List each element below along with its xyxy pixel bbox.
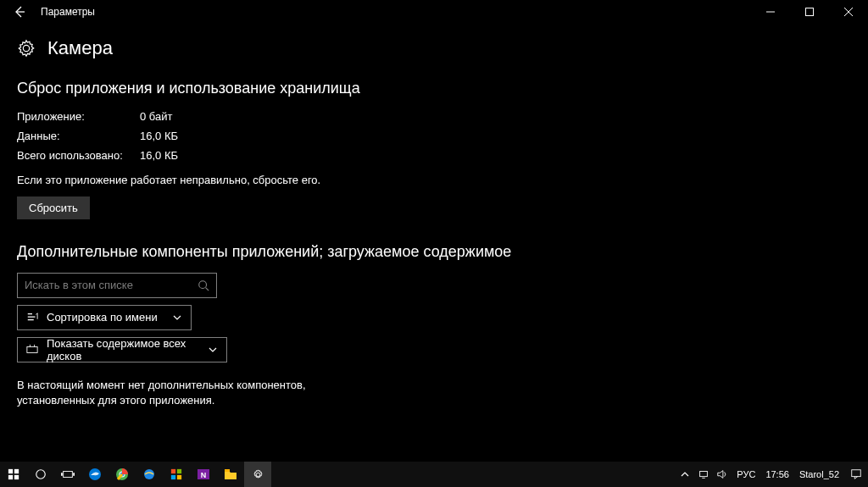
chevron-down-icon [206,346,220,354]
network-icon [698,468,709,480]
onenote-icon: N [197,468,210,481]
storage-heading: Сброс приложения и использование хранили… [17,78,851,98]
taskbar-right: РУС 17:56 Starol_52 [676,462,868,487]
ie-app[interactable] [136,462,163,487]
svg-point-23 [256,473,259,476]
titlebar: Параметры [0,0,868,24]
action-center[interactable] [844,468,868,480]
storage-value: 16,0 КБ [140,149,178,162]
taskbar-left: N [0,462,271,487]
minimize-button[interactable] [751,0,790,24]
page-header: Камера [17,37,851,59]
search-input[interactable] [25,279,198,291]
drive-icon [25,344,40,356]
store-icon [170,468,182,480]
svg-point-7 [36,470,46,479]
search-box[interactable] [17,273,217,298]
svg-rect-4 [14,469,19,473]
ie-icon [142,468,156,481]
maximize-button[interactable] [790,0,829,24]
empty-line: В настоящий момент нет дополнительных ко… [17,378,851,394]
page-title: Камера [47,37,113,59]
table-row: Всего использовано: 16,0 КБ [17,149,851,162]
svg-rect-5 [8,475,13,479]
taskview-icon [61,469,75,479]
chrome-icon [115,468,129,481]
back-button[interactable] [0,0,39,24]
explorer-app[interactable] [217,462,244,487]
empty-line: установленных для этого приложения. [17,393,851,409]
network-tray[interactable] [694,468,713,480]
page-content: Камера Сброс приложения и использование … [0,37,868,409]
windows-icon [8,468,19,480]
clock[interactable]: 17:56 [760,469,794,479]
storage-label: Данные: [17,130,140,142]
volume-icon [716,468,728,480]
svg-rect-8 [64,471,73,477]
svg-rect-19 [177,475,181,479]
svg-rect-6 [14,475,19,479]
storage-value: 16,0 КБ [140,130,178,142]
storage-label: Всего использовано: [17,149,140,162]
drives-label: Показать содержимое всех дисков [47,337,206,362]
onenote-app[interactable]: N [190,462,217,487]
language-indicator[interactable]: РУС [732,469,760,479]
edge-app[interactable] [81,462,108,487]
drives-dropdown[interactable]: Показать содержимое всех дисков [17,337,227,362]
start-button[interactable] [0,462,27,487]
close-button[interactable] [829,0,868,24]
svg-rect-17 [177,469,181,473]
chevron-down-icon [170,313,184,322]
store-app[interactable] [163,462,190,487]
reset-hint: Если это приложение работает неправильно… [17,174,851,186]
svg-point-1 [199,280,207,288]
sort-icon [25,312,40,324]
svg-rect-18 [171,475,175,479]
storage-label: Приложение: [17,110,140,123]
maximize-icon [805,8,814,16]
search-icon [198,279,209,291]
gear-icon [17,39,36,58]
table-row: Данные: 16,0 КБ [17,130,851,142]
taskview-button[interactable] [54,462,81,487]
svg-rect-0 [806,8,814,16]
settings-app[interactable] [244,462,271,487]
reset-button[interactable]: Сбросить [17,196,90,219]
cortana-button[interactable] [27,462,54,487]
table-row: Приложение: 0 байт [17,110,851,123]
svg-rect-3 [8,469,13,473]
svg-text:N: N [201,471,207,479]
notification-icon [850,468,862,480]
svg-rect-10 [73,473,75,476]
addons-empty-message: В настоящий момент нет дополнительных ко… [17,378,851,410]
folder-icon [224,468,237,480]
sort-label: Сортировка по имени [47,311,170,324]
close-icon [844,8,853,16]
svg-rect-2 [27,346,37,352]
arrow-left-icon [13,5,26,19]
gear-icon [252,468,264,481]
svg-rect-25 [852,470,861,477]
svg-rect-9 [61,473,63,476]
volume-tray[interactable] [713,468,732,480]
svg-rect-22 [225,469,230,472]
svg-rect-16 [171,469,175,473]
app-title: Параметры [39,6,95,18]
sort-dropdown[interactable]: Сортировка по имени [17,305,192,330]
storage-value: 0 байт [140,110,172,123]
storage-table: Приложение: 0 байт Данные: 16,0 КБ Всего… [17,110,851,162]
svg-rect-24 [700,472,708,477]
circle-icon [35,468,47,480]
chevron-up-icon [681,470,689,479]
user-label[interactable]: Starol_52 [794,469,844,479]
edge-icon [88,468,102,481]
minimize-icon [766,8,775,16]
addons-heading: Дополнительные компоненты приложений; за… [17,241,851,262]
chrome-app[interactable] [108,462,136,487]
taskbar: N [0,462,868,487]
window-controls [751,0,868,24]
tray-chevron[interactable] [676,470,694,479]
